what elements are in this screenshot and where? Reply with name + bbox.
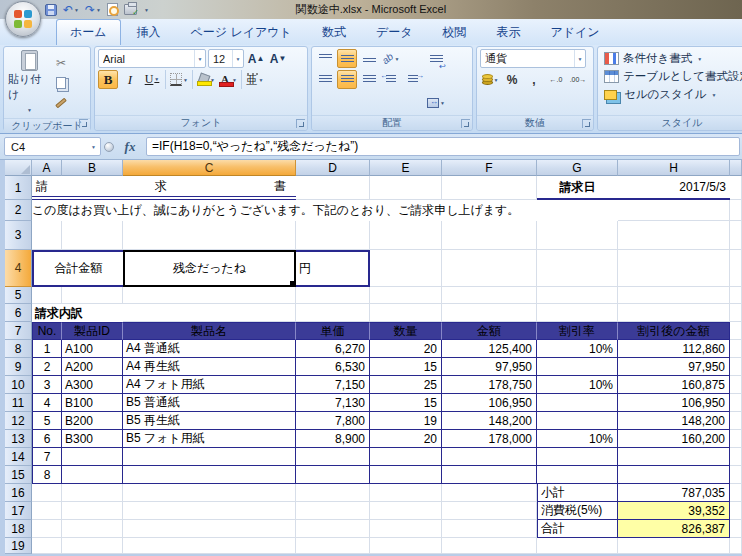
select-all-corner[interactable] [5, 160, 32, 176]
cell-B8[interactable]: A100 [62, 340, 123, 358]
align-bottom-button[interactable] [359, 49, 379, 68]
tab-formulas[interactable]: 数式 [308, 19, 360, 45]
summary-label-2[interactable]: 合計 [537, 520, 618, 538]
cell-E19[interactable] [370, 538, 442, 554]
cell-A10[interactable]: 3 [32, 376, 62, 394]
cell-F1[interactable] [442, 176, 537, 200]
comma-button[interactable]: , [524, 70, 544, 89]
dialog-launcher-clipboard[interactable] [79, 119, 88, 128]
column-header-E[interactable]: E [370, 160, 442, 176]
cell-E6[interactable] [370, 304, 442, 322]
cell-D6[interactable] [296, 304, 370, 322]
accounting-format-button[interactable] [480, 70, 500, 89]
summary-value-0[interactable]: 787,035 [618, 484, 730, 502]
print-preview-button[interactable] [106, 1, 119, 18]
cell-I3[interactable] [730, 221, 742, 250]
cell-F12[interactable]: 148,200 [442, 412, 537, 430]
font-size-select[interactable]: 12 [208, 49, 244, 68]
cell-H9[interactable]: 97,950 [618, 358, 730, 376]
formula-input[interactable]: =IF(H18=0,“やったね”,“残念だったね”) [146, 137, 740, 156]
cell-B11[interactable]: B100 [62, 394, 123, 412]
detail-title[interactable]: 請求内訳 [32, 304, 123, 322]
cell-D5[interactable] [296, 287, 370, 304]
cell-D10[interactable]: 7,150 [296, 376, 370, 394]
cell-G5[interactable] [537, 287, 618, 304]
tab-view[interactable]: 表示 [482, 19, 534, 45]
paste-button[interactable]: 貼り付け [7, 49, 51, 116]
cell-B19[interactable] [62, 538, 123, 554]
phonetic-guide-button[interactable]: 亜 [245, 70, 265, 89]
tab-data[interactable]: データ [362, 19, 427, 45]
cell-G3[interactable] [537, 221, 618, 250]
cell-C6[interactable] [123, 304, 296, 322]
cell-B13[interactable]: B300 [62, 430, 123, 448]
increase-indent-button[interactable] [403, 70, 423, 89]
row-header-4[interactable]: 4 [5, 250, 32, 287]
cell-E1[interactable] [370, 176, 442, 200]
invoice-title[interactable]: 請求書 [32, 176, 296, 200]
cell-F9[interactable]: 97,950 [442, 358, 537, 376]
cell-A8[interactable]: 1 [32, 340, 62, 358]
summary-label-0[interactable]: 小計 [537, 484, 618, 502]
cell-E14[interactable] [370, 448, 442, 466]
cell-C9[interactable]: A4 再生紙 [123, 358, 296, 376]
format-painter-button[interactable] [51, 93, 71, 112]
cell-I16[interactable] [730, 484, 742, 502]
row-header-13[interactable]: 13 [5, 430, 32, 448]
table-header-6[interactable]: 割引率 [537, 322, 618, 340]
align-left-button[interactable] [315, 70, 335, 89]
row-header-5[interactable]: 5 [5, 287, 32, 304]
office-button[interactable] [5, 1, 41, 37]
cell-A15[interactable]: 8 [32, 466, 62, 484]
tab-insert[interactable]: 挿入 [123, 19, 175, 45]
cell-F8[interactable]: 125,400 [442, 340, 537, 358]
cell-G8[interactable]: 10% [537, 340, 618, 358]
cell-B16[interactable] [62, 484, 123, 502]
cell-G12[interactable] [537, 412, 618, 430]
cell-C18[interactable] [123, 520, 296, 538]
conditional-formatting-button[interactable]: 条件付き書式 [601, 50, 742, 67]
orientation-button[interactable]: ab [381, 49, 401, 68]
invoice-date-label[interactable]: 請求日 [537, 176, 618, 200]
cell-C10[interactable]: A4 フォト用紙 [123, 376, 296, 394]
invoice-date[interactable]: 2017/5/3 [618, 176, 730, 200]
table-header-3[interactable]: 単価 [296, 322, 370, 340]
decrease-decimal-button[interactable]: .00→ [568, 70, 588, 89]
italic-button[interactable]: I [120, 70, 140, 89]
row-header-2[interactable]: 2 [5, 200, 32, 221]
cell-I15[interactable] [730, 466, 742, 484]
row-header-8[interactable]: 8 [5, 340, 32, 358]
font-name-select[interactable]: Arial [98, 49, 206, 68]
wrap-text-button[interactable] [426, 50, 446, 69]
total-unit[interactable]: 円 [296, 250, 370, 287]
row-header-10[interactable]: 10 [5, 376, 32, 394]
cell-C11[interactable]: B5 普通紙 [123, 394, 296, 412]
redo-button[interactable]: ↷ [84, 1, 102, 18]
cell-F4[interactable] [442, 250, 537, 287]
summary-value-2[interactable]: 826,387 [618, 520, 730, 538]
cell-A14[interactable]: 7 [32, 448, 62, 466]
cell-C14[interactable] [123, 448, 296, 466]
cell-D13[interactable]: 8,900 [296, 430, 370, 448]
cell-I6[interactable] [730, 304, 742, 322]
cell-H13[interactable]: 160,200 [618, 430, 730, 448]
cell-A9[interactable]: 2 [32, 358, 62, 376]
cell-C5[interactable] [123, 287, 296, 304]
cell-I9[interactable] [730, 358, 742, 376]
cell-D15[interactable] [296, 466, 370, 484]
cell-C16[interactable] [123, 484, 296, 502]
cell-C15[interactable] [123, 466, 296, 484]
cell-I18[interactable] [730, 520, 742, 538]
cell-G15[interactable] [537, 466, 618, 484]
summary-label-1[interactable]: 消費税(5%) [537, 502, 618, 520]
column-header-D[interactable]: D [296, 160, 370, 176]
row-header-12[interactable]: 12 [5, 412, 32, 430]
insert-function-button[interactable]: fx [117, 137, 143, 156]
align-right-button[interactable] [359, 70, 379, 89]
cell-A5[interactable] [32, 287, 62, 304]
cell-H19[interactable] [618, 538, 730, 554]
tab-review[interactable]: 校閲 [428, 19, 480, 45]
name-box[interactable]: C4 [4, 137, 101, 156]
format-as-table-button[interactable]: テーブルとして書式設定 [601, 68, 742, 85]
decrease-indent-button[interactable] [381, 70, 401, 89]
